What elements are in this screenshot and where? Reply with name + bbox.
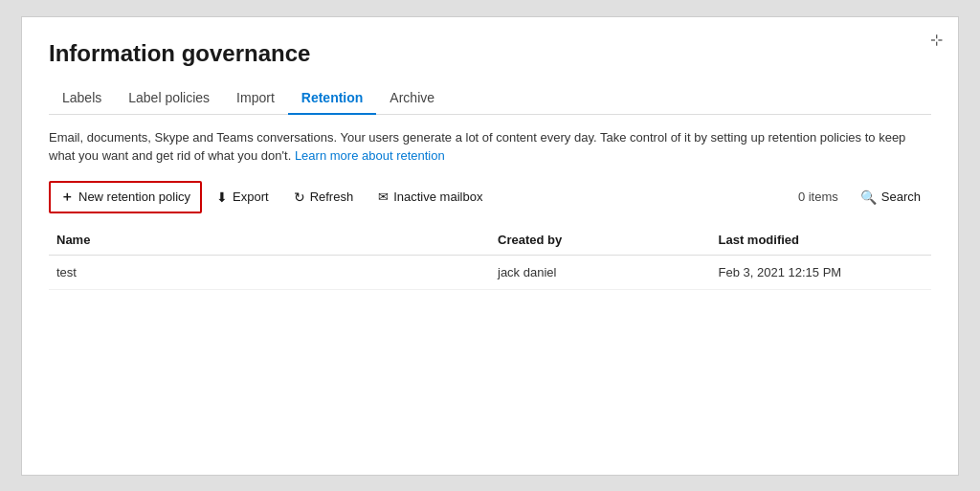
cell-name: test — [49, 255, 490, 289]
items-count: 0 items — [798, 190, 838, 204]
description-text: Email, documents, Skype and Teams conver… — [49, 128, 931, 166]
tab-retention[interactable]: Retention — [288, 82, 377, 115]
table-row[interactable]: test jack daniel Feb 3, 2021 12:15 PM — [49, 255, 931, 289]
refresh-button[interactable]: ↻ Refresh — [283, 183, 365, 212]
main-window: ⊹ Information governance Labels Label po… — [21, 16, 959, 476]
refresh-label: Refresh — [310, 190, 354, 204]
tab-label-policies[interactable]: Label policies — [115, 82, 223, 115]
cell-created-by: jack daniel — [490, 255, 711, 289]
table-header-row: Name Created by Last modified — [49, 225, 931, 256]
column-header-last-modified: Last modified — [711, 225, 932, 256]
retention-policies-table: Name Created by Last modified test jack … — [49, 225, 931, 290]
search-button[interactable]: 🔍 Search — [850, 183, 931, 212]
tab-bar: Labels Label policies Import Retention A… — [49, 82, 931, 115]
export-button[interactable]: ⬇ Export — [206, 183, 279, 212]
new-retention-policy-label: New retention policy — [78, 190, 190, 204]
description-body: Email, documents, Skype and Teams conver… — [49, 130, 905, 164]
export-label: Export — [233, 190, 269, 204]
toolbar: ＋ New retention policy ⬇ Export ↻ Refres… — [49, 181, 931, 213]
search-icon: 🔍 — [860, 190, 877, 205]
new-retention-policy-button[interactable]: ＋ New retention policy — [49, 181, 202, 213]
inactive-mailbox-label: Inactive mailbox — [393, 190, 482, 204]
learn-more-link[interactable]: Learn more about retention — [295, 148, 445, 163]
export-icon: ⬇ — [216, 190, 228, 205]
inactive-mailbox-button[interactable]: ✉ Inactive mailbox — [368, 183, 493, 211]
tab-labels[interactable]: Labels — [49, 82, 115, 115]
tab-archive[interactable]: Archive — [376, 82, 448, 115]
mail-icon: ✉ — [378, 190, 389, 204]
pin-icon[interactable]: ⊹ — [930, 31, 943, 49]
cell-last-modified: Feb 3, 2021 12:15 PM — [711, 255, 932, 289]
search-label: Search — [881, 190, 921, 204]
column-header-created-by: Created by — [490, 225, 711, 256]
plus-icon: ＋ — [60, 189, 74, 206]
refresh-icon: ↻ — [294, 190, 305, 205]
page-title: Information governance — [49, 40, 931, 67]
tab-import[interactable]: Import — [223, 82, 288, 115]
column-header-name: Name — [49, 225, 490, 256]
